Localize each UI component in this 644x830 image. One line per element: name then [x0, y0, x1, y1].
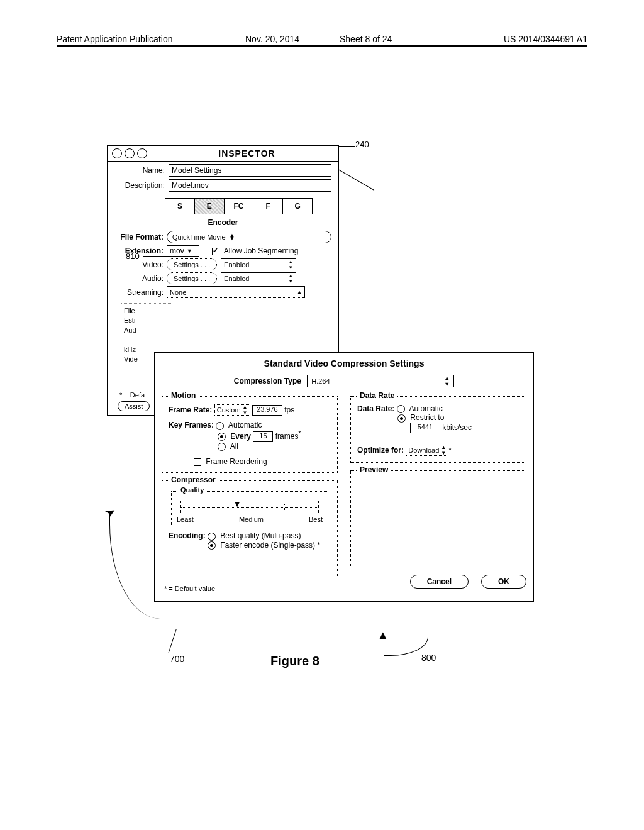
- window-controls[interactable]: [112, 148, 147, 158]
- titlebar: INSPECTOR: [108, 146, 338, 162]
- callout-810: 810: [126, 252, 140, 261]
- preview-group: Preview: [350, 470, 526, 567]
- optimize-label: Optimize for:: [357, 446, 404, 455]
- compression-type-label: Compression Type: [234, 377, 301, 385]
- callout-800: 800: [421, 653, 436, 663]
- frame-rate-input[interactable]: 23.976: [252, 405, 282, 416]
- callout-700: 700: [170, 654, 184, 664]
- key-frames-label: Key Frames:: [169, 421, 214, 429]
- compressor-group: Compressor Quality ▼ Least Medium: [162, 480, 338, 577]
- compression-settings-dialog: Standard Video Compression Settings Comp…: [154, 352, 534, 602]
- extension-select[interactable]: mov ▼: [167, 245, 199, 257]
- video-settings-button[interactable]: Settings . . .: [167, 258, 217, 270]
- tab-f[interactable]: F: [253, 199, 283, 214]
- window-title: INSPECTOR: [160, 148, 334, 158]
- audio-enabled-select[interactable]: Enabled ▲▼: [221, 272, 296, 284]
- quality-slider[interactable]: ▼: [180, 501, 319, 514]
- publication-number: US 2014/0344691 A1: [504, 34, 587, 44]
- encoder-heading: Encoder: [108, 218, 338, 227]
- audio-label: Audio:: [114, 274, 164, 283]
- keyframes-every-radio[interactable]: [218, 433, 226, 441]
- tab-g[interactable]: G: [283, 199, 312, 214]
- sheet-number: Sheet 8 of 24: [340, 34, 392, 44]
- data-rate-group: Data Rate Data Rate: Automatic Restrict …: [350, 396, 526, 463]
- encoding-faster-radio[interactable]: [208, 541, 216, 550]
- datarate-restrict-radio[interactable]: [397, 414, 406, 423]
- video-enabled-select[interactable]: Enabled ▲▼: [221, 258, 296, 270]
- chevron-down-icon: ▼: [187, 248, 192, 254]
- assist-button[interactable]: Assist: [118, 401, 150, 411]
- description-label: Description:: [114, 181, 165, 190]
- datarate-input[interactable]: 5441: [410, 423, 440, 433]
- keyframes-every-input[interactable]: 15: [253, 431, 273, 442]
- keyframes-auto-radio[interactable]: [216, 422, 224, 430]
- chevron-updown-icon: ▲▼: [243, 404, 248, 416]
- chevron-updown-icon: ▲▼: [444, 375, 450, 387]
- dialog-title: Standard Video Compression Settings: [162, 358, 526, 368]
- compression-type-select[interactable]: H.264 ▲▼: [307, 375, 454, 387]
- name-field[interactable]: Model Settings: [169, 164, 331, 177]
- streaming-select[interactable]: None ▲: [167, 286, 305, 298]
- leader-line: [337, 169, 374, 191]
- publication-date: Nov. 20, 2014: [245, 34, 299, 44]
- motion-group: Motion Frame Rate: Custom ▲▼ 23.976 fps …: [162, 396, 338, 473]
- name-label: Name:: [114, 166, 165, 175]
- callout-240: 240: [355, 140, 369, 149]
- keyframes-all-radio[interactable]: [218, 443, 226, 451]
- chevron-up-icon: ▲: [297, 289, 302, 295]
- chevron-updown-icon: ▲▼: [288, 259, 293, 270]
- close-icon[interactable]: [112, 148, 122, 158]
- default-footnote: * = Default value: [164, 585, 338, 592]
- cancel-button[interactable]: Cancel: [410, 575, 469, 589]
- datarate-auto-radio[interactable]: [397, 405, 405, 413]
- data-rate-label: Data Rate:: [357, 404, 394, 413]
- encoding-label: Encoding:: [169, 531, 206, 540]
- ok-button[interactable]: OK: [481, 575, 526, 589]
- tab-s[interactable]: S: [165, 199, 195, 214]
- frame-rate-label: Frame Rate:: [169, 406, 212, 414]
- zoom-icon[interactable]: [137, 148, 147, 158]
- publication-type: Patent Application Publication: [57, 34, 172, 44]
- frame-rate-mode-select[interactable]: Custom ▲▼: [214, 404, 250, 416]
- file-format-label: File Format:: [114, 233, 164, 241]
- encoding-best-radio[interactable]: [208, 533, 216, 541]
- allow-segmenting-checkbox[interactable]: Allow Job Segmenting: [212, 246, 298, 255]
- tab-fc[interactable]: FC: [225, 199, 254, 214]
- description-field[interactable]: Model.mov: [169, 179, 331, 192]
- streaming-label: Streaming:: [114, 288, 164, 297]
- tab-e[interactable]: E: [195, 199, 225, 214]
- frame-reordering-checkbox[interactable]: [194, 458, 201, 466]
- optimize-select[interactable]: Download ▲▼: [406, 445, 448, 456]
- tab-bar[interactable]: S E FC F G: [165, 198, 313, 214]
- page-header: Patent Application Publication Nov. 20, …: [57, 34, 587, 47]
- slider-knob-icon: ▼: [233, 499, 242, 509]
- checkbox-icon: [212, 248, 219, 255]
- video-label: Video:: [114, 260, 164, 269]
- chevron-updown-icon: ▲▼: [441, 445, 446, 456]
- file-format-select[interactable]: QuickTime Movie ▲▼: [167, 231, 331, 243]
- minimize-icon[interactable]: [125, 148, 135, 158]
- audio-settings-button[interactable]: Settings . . .: [167, 272, 217, 284]
- chevron-updown-icon: ▲▼: [230, 234, 235, 240]
- figure-label: Figure 8: [270, 654, 319, 668]
- chevron-updown-icon: ▲▼: [288, 273, 293, 284]
